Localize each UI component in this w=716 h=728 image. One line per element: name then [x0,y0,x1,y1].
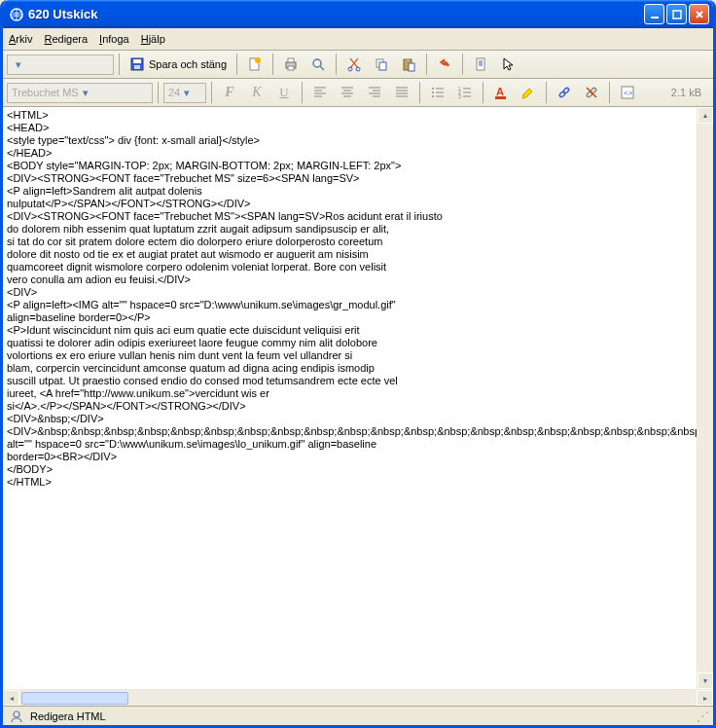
editor-content[interactable]: <HTML> <HEAD> <style type="text/css"> di… [3,107,713,689]
align-center-button[interactable] [335,82,360,103]
font-size-value: 24 [168,87,180,98]
svg-point-11 [313,59,321,67]
svg-line-12 [320,66,324,70]
font-color-button[interactable]: A [488,82,514,103]
chevron-down-icon: ▾ [184,87,190,99]
source-icon: <> [620,85,635,100]
svg-rect-20 [477,58,484,70]
svg-point-55 [562,88,569,94]
app-icon [9,7,24,22]
copy-icon [374,56,389,72]
separator [119,54,120,75]
separator [236,54,237,75]
link-icon [556,85,572,100]
svg-point-54 [558,91,565,98]
scroll-right-icon[interactable]: ▸ [697,690,713,706]
menu-arkiv[interactable]: Arkiv [9,33,32,45]
separator [419,82,420,103]
print-icon [283,56,299,72]
svg-rect-19 [409,63,414,71]
chevron-down-icon: ▾ [16,58,21,71]
horizontal-scrollbar[interactable]: ◂ ▸ [3,689,713,706]
svg-rect-18 [406,58,410,61]
scroll-track[interactable] [19,690,697,706]
separator [158,82,159,103]
titlebar[interactable]: 620 Utskick [3,0,713,28]
underline-button[interactable]: U [271,82,297,103]
save-close-label: Spara och stäng [149,58,227,70]
svg-point-40 [432,88,434,90]
link-button[interactable] [552,82,577,103]
close-button[interactable] [689,4,709,24]
status-label: Redigera HTML [30,710,106,722]
undo-button[interactable] [432,54,457,75]
separator [609,82,610,103]
separator [272,54,273,75]
font-family-value: Trebuchet MS [12,87,79,98]
file-size-label: 2.1 kB [671,87,709,98]
menu-redigera[interactable]: Redigera [44,33,88,45]
window-title: 620 Utskick [28,7,644,21]
highlight-icon [520,85,536,100]
align-right-button[interactable] [362,82,387,103]
font-size-combo[interactable]: 24▾ [163,83,206,103]
cursor-button[interactable] [495,54,520,75]
copy-button[interactable] [369,54,394,75]
align-left-icon [312,85,328,100]
maximize-button[interactable] [666,4,687,24]
save-icon [129,56,145,72]
new-icon [247,56,263,72]
highlight-button[interactable] [516,82,541,103]
underline-icon: U [276,85,292,100]
paste-icon [401,56,416,72]
svg-point-7 [255,57,261,63]
menubar: Arkiv Redigera Infoga Hjälp [3,28,713,51]
svg-point-61 [14,711,19,717]
save-close-button[interactable]: Spara och stäng [125,54,232,75]
menu-infoga[interactable]: Infoga [99,33,129,45]
vertical-scrollbar[interactable]: ▴ ▾ [697,107,713,689]
print-button[interactable] [278,54,304,75]
font-family-combo[interactable]: Trebuchet MS▾ [7,83,153,103]
align-left-button[interactable] [307,82,333,103]
separator [546,82,547,103]
separator [211,82,212,103]
scroll-up-icon[interactable]: ▴ [698,107,713,124]
source-button[interactable]: <> [615,82,640,103]
svg-rect-1 [651,17,659,18]
svg-rect-2 [673,11,681,18]
svg-rect-16 [379,62,386,70]
resize-grip[interactable]: ⋰ [697,709,707,723]
window: 620 Utskick Arkiv Redigera Infoga Hjälp … [0,0,716,728]
scroll-left-icon[interactable]: ◂ [3,690,19,706]
minimize-button[interactable] [644,4,664,24]
page-icon [473,56,488,72]
font-color-icon: A [493,85,509,100]
align-justify-button[interactable] [389,82,414,103]
separator [302,82,303,103]
svg-rect-4 [133,59,141,63]
number-list-button[interactable]: 123 [452,82,478,103]
preview-button[interactable] [305,54,331,75]
svg-text:A: A [496,86,504,97]
scroll-thumb[interactable] [21,692,128,705]
toolbar-format: Trebuchet MS▾ 24▾ F K U 123 A <> 2.1 kB [3,79,713,107]
paste-button[interactable] [396,54,421,75]
scroll-down-icon[interactable]: ▾ [698,673,713,689]
page-button[interactable] [468,54,493,75]
svg-rect-10 [288,66,294,70]
bold-button[interactable]: F [217,82,242,103]
svg-point-42 [432,91,434,93]
unlink-button[interactable] [579,82,604,103]
cut-button[interactable] [341,54,367,75]
svg-rect-53 [495,96,506,99]
bold-icon: F [222,85,237,100]
template-combo[interactable]: ▾ [7,55,114,75]
new-button[interactable] [242,54,268,75]
italic-button[interactable]: K [244,82,269,103]
menu-hjalp[interactable]: Hjälp [141,33,165,45]
svg-rect-5 [134,65,140,69]
bullet-list-button[interactable] [425,82,450,103]
cursor-icon [500,56,516,72]
align-right-icon [367,85,382,100]
